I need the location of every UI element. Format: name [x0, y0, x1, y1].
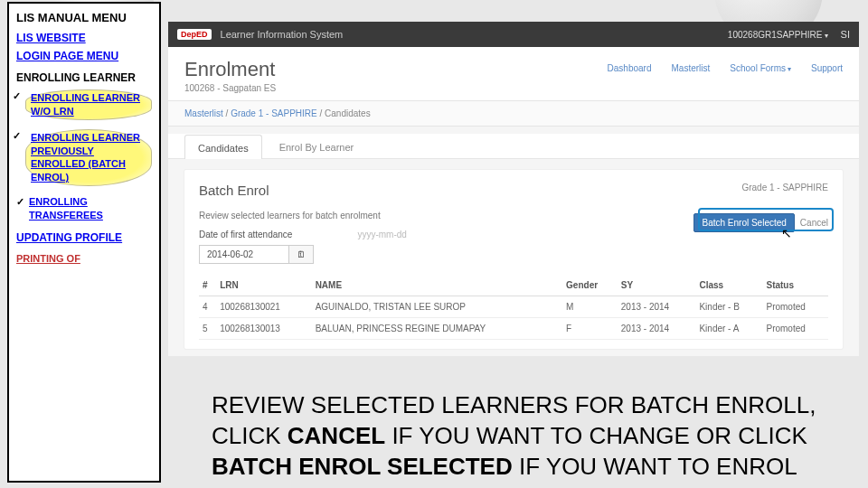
table-row: 4 100268130021 AGUINALDO, TRISTAN LEE SU…	[199, 296, 828, 318]
page-header: Enrolment 100268 - Sagpatan ES Dashboard…	[168, 47, 859, 100]
date-label: Date of first attendance	[199, 230, 292, 239]
sidebar-item-enrol-no-lrn[interactable]: ENROLLING LEARNER W/O LRN	[25, 89, 152, 120]
topbar-extra: SI	[841, 29, 850, 40]
table-row: 5 100268130013 BALUAN, PRINCESS REGINE D…	[199, 318, 828, 340]
panel-title: Batch Enrol	[199, 183, 828, 198]
col-sy: SY	[618, 275, 696, 296]
app-topbar: DepED Learner Information System 100268G…	[168, 22, 859, 47]
class-tag: Grade 1 - SAPPHIRE	[741, 183, 828, 192]
col-num: #	[199, 275, 216, 296]
calendar-icon[interactable]: 🗓	[289, 245, 314, 264]
manual-menu-sidebar: LIS MANUAL MENU LIS WEBSITE LOGIN PAGE M…	[7, 2, 161, 483]
sidebar-title: LIS MANUAL MENU	[16, 11, 152, 24]
col-lrn: LRN	[216, 275, 312, 296]
cancel-button[interactable]: Cancel	[800, 218, 828, 228]
col-class: Class	[695, 275, 762, 296]
batch-enrol-selected-button[interactable]: Batch Enrol Selected	[693, 213, 794, 232]
instruction-text: REVIEW SELECTED LEARNERS FOR BATCH ENROL…	[212, 390, 844, 488]
date-input[interactable]: 2014-06-02	[199, 245, 289, 264]
date-placeholder: yyyy-mm-dd	[357, 230, 406, 239]
app-title: Learner Information System	[221, 29, 344, 40]
col-status: Status	[762, 275, 828, 296]
tab-candidates[interactable]: Candidates	[184, 135, 262, 159]
link-login-page[interactable]: LOGIN PAGE MENU	[16, 50, 152, 62]
link-lis-website[interactable]: LIS WEBSITE	[16, 32, 152, 44]
crumb-masterlist[interactable]: Masterlist	[184, 108, 223, 118]
nav-masterlist[interactable]: Masterlist	[671, 63, 710, 73]
breadcrumb: Masterlist / Grade 1 - SAPPHIRE / Candid…	[168, 100, 859, 127]
tab-enrol-by-learner[interactable]: Enrol By Learner	[266, 134, 368, 158]
header-nav: Dashboard Masterlist School Forms Suppor…	[608, 63, 843, 73]
user-menu[interactable]: 100268GR1SAPPHIRE	[728, 30, 828, 40]
school-code: 100268 - Sagpatan ES	[184, 83, 276, 93]
sidebar-item-enrol-batch[interactable]: ENROLLING LEARNER PREVIOUSLY ENROLLED (B…	[25, 129, 152, 186]
col-name: NAME	[312, 275, 562, 296]
deped-logo: DepED	[177, 29, 212, 40]
nav-dashboard[interactable]: Dashboard	[608, 63, 652, 73]
col-gender: Gender	[562, 275, 618, 296]
lis-screenshot: DepED Learner Information System 100268G…	[168, 22, 859, 356]
batch-enrol-panel: Batch Enrol Grade 1 - SAPPHIRE Review se…	[184, 170, 843, 349]
link-printing-cutoff[interactable]: PRINTING OF	[16, 253, 152, 264]
crumb-grade[interactable]: Grade 1 - SAPPHIRE	[231, 108, 317, 118]
sidebar-item-enrol-transferees[interactable]: ENROLLING TRANSFEREES	[29, 195, 152, 222]
cursor-icon: ↖	[781, 226, 792, 240]
nav-support[interactable]: Support	[811, 63, 843, 73]
nav-school-forms[interactable]: School Forms	[730, 63, 791, 73]
crumb-candidates: Candidates	[325, 108, 371, 118]
sidebar-section-enrolling: ENROLLING LEARNER	[16, 71, 152, 84]
learners-table: # LRN NAME Gender SY Class Status 4 1002…	[199, 275, 828, 340]
page-title: Enrolment	[184, 58, 276, 81]
link-updating-profile[interactable]: UPDATING PROFILE	[16, 231, 152, 244]
tab-bar: Candidates Enrol By Learner	[168, 134, 859, 159]
